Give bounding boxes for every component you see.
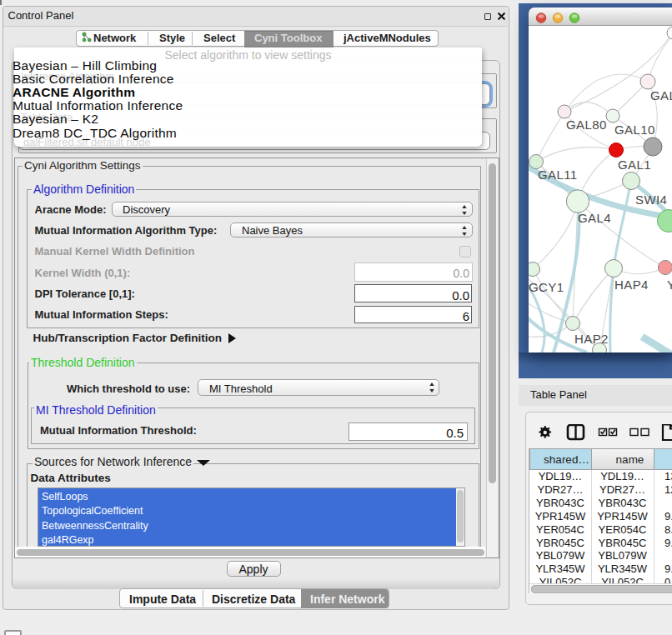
svg-text:GAL1: GAL1 xyxy=(618,158,651,172)
svg-text:SWI4: SWI4 xyxy=(635,192,667,207)
svg-text:HAP2: HAP2 xyxy=(574,332,609,346)
svg-text:GCY1: GCY1 xyxy=(529,280,564,294)
svg-text:Y: Y xyxy=(667,278,672,292)
svg-text:HAP4: HAP4 xyxy=(614,278,649,292)
svg-text:GAL2: GAL2 xyxy=(650,88,672,102)
svg-text:GAL11: GAL11 xyxy=(538,168,578,182)
svg-text:GAL4: GAL4 xyxy=(578,211,611,225)
svg-text:GAL10: GAL10 xyxy=(614,122,655,137)
svg-text:GAL80: GAL80 xyxy=(566,118,607,132)
